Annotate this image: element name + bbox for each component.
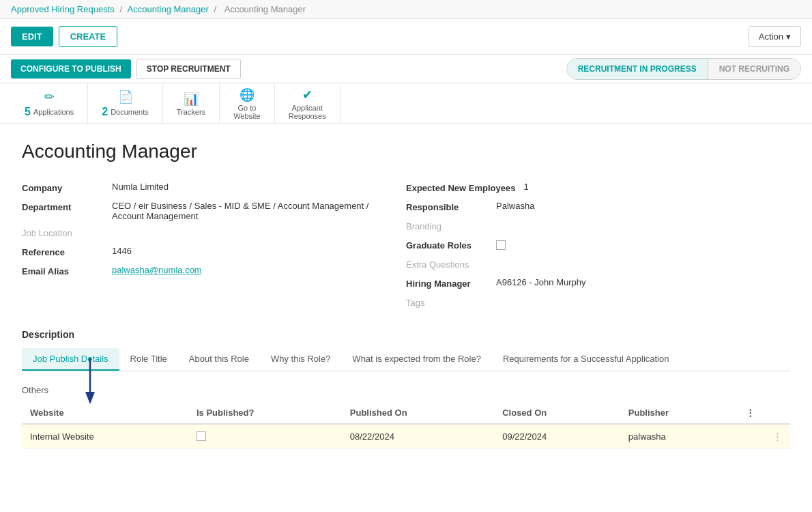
- breadcrumb-current: Accounting Manager: [224, 4, 306, 14]
- cell-row-menu[interactable]: ⋮: [738, 424, 790, 449]
- company-field: Company Numla Limited: [22, 179, 379, 198]
- tab-requirements[interactable]: Requirements for a Successful Applicatio…: [492, 348, 680, 371]
- action-button[interactable]: Action ▾: [749, 26, 801, 47]
- graduate-roles-field: Graduate Roles: [406, 236, 790, 255]
- cell-published-on: 08/22/2024: [342, 424, 494, 449]
- reference-field: Reference 1446: [22, 243, 379, 262]
- cell-website: Internal Website: [22, 424, 188, 449]
- expected-new-employees-field: Expected New Employees 1: [406, 179, 790, 198]
- left-fields: Company Numla Limited Department CEO / e…: [22, 179, 406, 313]
- col-menu: ⋮: [738, 402, 790, 424]
- pencil-icon: ✏: [44, 89, 55, 104]
- edit-button[interactable]: EDIT: [11, 27, 53, 46]
- chevron-down-icon: ▾: [786, 31, 791, 42]
- action-label: Action: [759, 31, 783, 42]
- documents-button[interactable]: 📄 2 Documents: [88, 83, 163, 124]
- job-title: Accounting Manager: [22, 141, 790, 162]
- col-closed-on: Closed On: [494, 402, 620, 424]
- cell-closed-on: 09/22/2024: [494, 424, 620, 449]
- tab-about-this-role[interactable]: About this Role: [178, 348, 260, 371]
- status-not-recruiting[interactable]: NOT RECRUITING: [708, 59, 800, 79]
- fields-grid: Company Numla Limited Department CEO / e…: [22, 179, 790, 313]
- breadcrumb-link-1[interactable]: Approved Hiring Requests: [11, 4, 115, 14]
- stop-recruitment-button[interactable]: STOP RECRUITMENT: [136, 59, 241, 79]
- is-published-checkbox[interactable]: [197, 431, 206, 441]
- tab-job-publish-details[interactable]: Job Publish Details: [22, 348, 119, 371]
- col-is-published: Is Published?: [188, 402, 342, 424]
- description-tabs-bar: Job Publish Details Role Title About thi…: [22, 348, 790, 371]
- job-location-field: Job Location: [22, 224, 379, 243]
- responsible-field: Responsible Palwasha: [406, 198, 790, 217]
- breadcrumb: Approved Hiring Requests / Accounting Ma…: [0, 0, 812, 19]
- trackers-button[interactable]: 📊 Trackers: [163, 83, 220, 124]
- tags-field: Tags: [406, 294, 790, 313]
- hiring-manager-field: Hiring Manager A96126 - John Murphy: [406, 274, 790, 294]
- create-button[interactable]: CREATE: [59, 26, 117, 47]
- main-content: Accounting Manager Company Numla Limited…: [0, 124, 812, 466]
- publish-table: Website Is Published? Published On Close…: [22, 402, 790, 449]
- applicant-responses-button[interactable]: ✔ ApplicantResponses: [275, 83, 340, 124]
- branding-field: Branding: [406, 217, 790, 236]
- tab-role-title[interactable]: Role Title: [119, 348, 178, 371]
- smart-buttons-bar: ✏ 5 Applications 📄 2 Documents 📊 Tracker…: [0, 83, 812, 124]
- extra-questions-field: Extra Questions: [406, 255, 790, 274]
- go-to-website-button[interactable]: 🌐 Go toWebsite: [220, 83, 275, 124]
- recruitment-status: RECRUITMENT IN PROGRESS NOT RECRUITING: [566, 58, 801, 80]
- tab-why-this-role[interactable]: Why this Role?: [260, 348, 341, 371]
- checkmark-icon: ✔: [302, 87, 313, 102]
- cell-is-published: [188, 424, 342, 449]
- col-published-on: Published On: [342, 402, 494, 424]
- applications-button[interactable]: ✏ 5 Applications: [11, 83, 88, 124]
- email-alias-field: Email Alias palwasha@numla.com: [22, 262, 379, 281]
- right-fields: Expected New Employees 1 Responsible Pal…: [406, 179, 790, 313]
- description-section-title: Description: [22, 329, 790, 340]
- chart-icon: 📊: [184, 91, 199, 106]
- graduate-roles-checkbox[interactable]: [496, 240, 506, 250]
- toolbar: EDIT CREATE Action ▾: [0, 19, 812, 55]
- col-website: Website: [22, 402, 188, 424]
- document-icon: 📄: [118, 89, 133, 104]
- cell-publisher: palwasha: [620, 424, 738, 449]
- description-tabs-area: Job Publish Details Role Title About thi…: [22, 348, 790, 402]
- globe-icon: 🌐: [240, 87, 255, 102]
- status-bar: CONFIGURE TO PUBLISH STOP RECRUITMENT RE…: [0, 55, 812, 83]
- col-publisher: Publisher: [620, 402, 738, 424]
- configure-to-publish-button[interactable]: CONFIGURE TO PUBLISH: [11, 59, 131, 79]
- tab-others[interactable]: Others: [22, 382, 59, 402]
- table-row: Internal Website 08/22/2024 09/22/2024 p…: [22, 424, 790, 449]
- department-field: Department CEO / eir Business / Sales - …: [22, 198, 379, 224]
- email-alias-link[interactable]: palwasha@numla.com: [112, 265, 202, 275]
- breadcrumb-link-2[interactable]: Accounting Manager: [128, 4, 209, 14]
- tab-what-is-expected[interactable]: What is expected from the Role?: [341, 348, 492, 371]
- status-in-progress[interactable]: RECRUITMENT IN PROGRESS: [567, 59, 708, 79]
